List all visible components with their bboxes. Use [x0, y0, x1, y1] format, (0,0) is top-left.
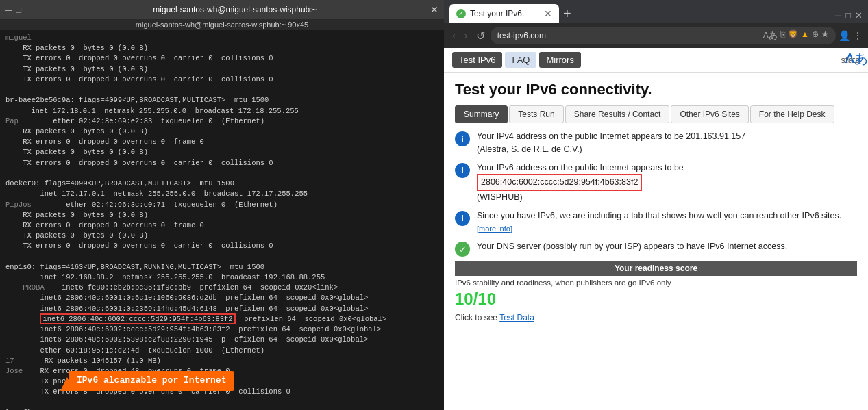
account-icon[interactable]: 👤 [839, 30, 850, 41]
browser-close[interactable]: ✕ [855, 10, 863, 21]
extensions-icon[interactable]: ⊕ [812, 29, 819, 42]
bookmark-icon[interactable]: ★ [821, 29, 829, 42]
terminal-line: TX errors 0 dropped 0 overruns 0 carrier… [5, 53, 438, 64]
terminal-line: br-baee2be56c9a: flags=4099<UP,BROADCAST… [5, 95, 438, 105]
terminal-line: RX errors 0 dropped 0 overruns 0 frame 0 [5, 220, 438, 231]
info-icon-2: i [455, 163, 470, 178]
terminal-line: RX errors 0 dropped 0 overruns 0 frame 0 [5, 137, 438, 147]
ipv6-address-box: 2806:40c:6002:cccc:5d29:954f:4b63:83f2 [477, 174, 642, 191]
terminal-line: TX packets 0 bytes 0 (0.0 B) [5, 64, 438, 75]
site-nav: Test IPv6 FAQ Mirrors stats Aあ [444, 48, 868, 73]
browser-maximize[interactable]: □ [845, 10, 851, 21]
terminal-minimize[interactable]: ─ [5, 5, 12, 15]
nav-forward-button[interactable]: › [461, 28, 470, 43]
address-bar[interactable]: test-ipv6.com Aあ ⎘ 🦁 ▲ ⊕ ★ [491, 27, 836, 44]
test-data-anchor[interactable]: Test Data [499, 313, 534, 322]
browser-controls-row: ‹ › ↺ test-ipv6.com Aあ ⎘ 🦁 ▲ ⊕ ★ 👤 ⋮ [444, 23, 868, 48]
page-heading: Test your IPv6 connectivity. [455, 81, 857, 99]
results-tab-share[interactable]: Share Results / Contact [565, 105, 670, 123]
result-item-ipv4: i Your IPv4 address on the public Intern… [455, 130, 857, 156]
terminal-line: inet6 2806:40c:6001:0:6c1e:1060:9086:d2d… [5, 293, 438, 303]
terminal-line: PROBA inet6 fe80::eb2b:bc36:1f9e:bb9 pre… [5, 283, 438, 293]
results-tab-tests-run[interactable]: Tests Run [509, 105, 563, 123]
terminal-line [5, 252, 438, 262]
terminal-line: Pap ether 02:42:8e:69:e2:83 txqueuelen 0… [5, 116, 438, 127]
terminal-line: RX packets 0 bytes 0 (0.0 B) [5, 127, 438, 137]
nav-tab-faq[interactable]: FAQ [505, 52, 536, 68]
terminal-maximize[interactable]: □ [16, 5, 21, 15]
nav-tab-test-ipv6[interactable]: Test IPv6 [452, 52, 502, 68]
terminal-panel: ─ □ miguel-santos-wh@miguel-santos-wisph… [0, 0, 444, 410]
ipv6-highlight-box: inet6 2806:40c:6002:cccc:5d29:954f:4b63:… [40, 313, 235, 324]
browser-minimize[interactable]: ─ [835, 10, 841, 21]
browser-ext-icons: 👤 ⋮ [839, 30, 863, 41]
terminal-line: TX errors 0 dropped 0 overruns 0 carrier… [5, 75, 438, 85]
result-text-ipv6-sites: Since you have IPv6, we are including a … [477, 209, 857, 235]
nav-reload-button[interactable]: ↺ [473, 28, 488, 44]
terminal-line [5, 85, 438, 95]
page-content: Test IPv6 FAQ Mirrors stats Aあ Test your… [444, 48, 868, 410]
terminal-line [5, 398, 438, 408]
nav-tab-mirrors[interactable]: Mirrors [539, 52, 580, 68]
ipv6-arrow-label: IPv6 alcanzable por Internet [69, 371, 234, 391]
terminal-line: TX packets 0 bytes 0 (0.0 B) [5, 231, 438, 241]
terminal-line: inet6 2806:40c:6002:5398:c2f88:2290:1945… [5, 335, 438, 345]
info-icon-3: i [455, 211, 470, 226]
terminal-line [5, 168, 438, 179]
brave-shield-icon[interactable]: 🦁 [788, 29, 798, 42]
check-icon: ✓ [455, 242, 470, 257]
page-main: Test your IPv6 connectivity. Summary Tes… [444, 73, 868, 410]
terminal-line: miguel- [5, 33, 438, 43]
results-tab-other-sites[interactable]: Other IPv6 Sites [671, 105, 748, 123]
address-bar-icons: Aあ ⎘ 🦁 ▲ ⊕ ★ [762, 29, 829, 42]
terminal-line: docker0: flags=4099<UP,BROADCAST,MULTICA… [5, 179, 438, 189]
tab-close-button[interactable]: ✕ [544, 8, 552, 19]
terminal-titlebar: ─ □ miguel-santos-wh@miguel-santos-wisph… [0, 0, 444, 19]
terminal-line: enp1s0: flags=4163<UP,BROADCAST,RUNNING,… [5, 262, 438, 272]
terminal-line: PipJos ether 02:42:96:3c:c0:71 txqueuele… [5, 200, 438, 210]
terminal-line: TX errors 0 dropped 0 overruns 0 carrier… [5, 241, 438, 251]
readiness-desc: IPv6 stability and readiness, when publi… [455, 279, 857, 287]
address-text: test-ipv6.com [497, 31, 759, 40]
results-tabs: Summary Tests Run Share Results / Contac… [455, 105, 857, 123]
translate-page-icon[interactable]: Aあ [845, 49, 868, 68]
browser-panel: ✓ Test your IPv6. ✕ + ─ □ ✕ ‹ › ↺ test-i… [444, 0, 868, 410]
browser-tab[interactable]: ✓ Test your IPv6. ✕ [449, 4, 559, 23]
terminal-line: inet 172.17.0.1 netmask 255.255.0.0 broa… [5, 189, 438, 199]
terminal-line: inet6 2806:40c:6001:0:2359:14hd:45d4:614… [5, 304, 438, 314]
score-row: 10/10 [455, 290, 857, 309]
result-text-ipv6: Your IPv6 address on the public Internet… [477, 162, 684, 204]
results-tab-summary[interactable]: Summary [455, 105, 508, 123]
results-tab-help-desk[interactable]: For the Help Desk [750, 105, 834, 123]
result-item-dns: ✓ Your DNS server (possibly run by your … [455, 240, 857, 257]
terminal-line: inet6 2806:40c:6002:cccc:5d29:954f:4b63:… [5, 324, 438, 335]
translate-icon[interactable]: Aあ [762, 29, 778, 42]
more-info-link[interactable]: [more info] [477, 225, 512, 233]
more-options-icon[interactable]: ⋮ [853, 30, 863, 41]
result-item-ipv6-sites: i Since you have IPv6, we are including … [455, 209, 857, 235]
terminal-line: inet 192.168.88.2 netmask 255.255.255.0 … [5, 272, 438, 283]
terminal-line: RX packets 0 bytes 0 (0.0 B) [5, 43, 438, 53]
terminal-close[interactable]: ✕ [430, 4, 438, 15]
tab-favicon: ✓ [456, 9, 466, 18]
share-icon[interactable]: ⎘ [780, 29, 785, 42]
warning-icon: ▲ [801, 29, 809, 42]
result-item-ipv6: i Your IPv6 address on the public Intern… [455, 162, 857, 204]
result-text-dns: Your DNS server (possibly run by your IS… [477, 240, 787, 253]
readiness-bar: Your readiness score [455, 261, 857, 276]
browser-tab-bar: ✓ Test your IPv6. ✕ + ─ □ ✕ [444, 0, 868, 23]
terminal-line: 17- RX packets 1045157 (1.0 MB) [5, 356, 438, 366]
terminal-title: miguel-santos-wh@miguel-santos-wisphub:~ [40, 5, 430, 14]
result-text-ipv4: Your IPv4 address on the public Internet… [477, 130, 745, 156]
new-tab-button[interactable]: + [563, 6, 571, 22]
terminal-line: TX errors 0 dropped 0 overruns 0 carrier… [5, 158, 438, 168]
info-icon: i [455, 131, 470, 146]
test-data-link: Click to see Test Data [455, 313, 857, 322]
nav-back-button[interactable]: ‹ [449, 28, 458, 43]
terminal-body[interactable]: miguel- RX packets 0 bytes 0 (0.0 B) TX … [0, 30, 444, 410]
terminal-line: inet6 2806:40c:6002:cccc:5d29:954f:4b63:… [5, 314, 438, 324]
tab-title: Test your IPv6. [470, 9, 540, 18]
terminal-line: ether 60:18:95:1c:d2:4d txqueuelen 1000 … [5, 346, 438, 356]
terminal-subtitle: miguel-santos-wh@miguel-santos-wisphub:~… [0, 19, 444, 30]
result-items: i Your IPv4 address on the public Intern… [455, 130, 857, 257]
